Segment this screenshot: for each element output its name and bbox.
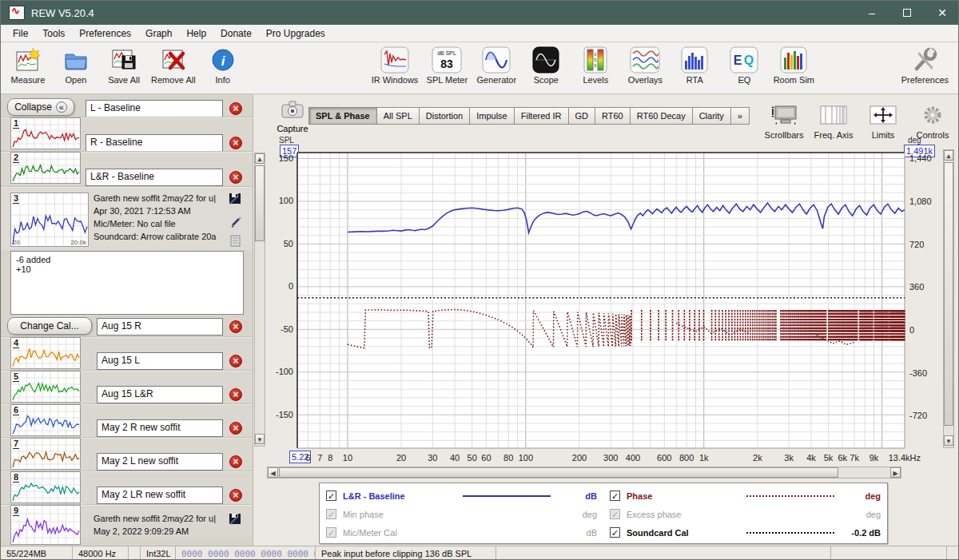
graph-tab-impulse[interactable]: Impulse (470, 107, 515, 125)
graph-tab--[interactable]: » (731, 107, 750, 125)
graph-tab-spl-phase[interactable]: SPL & Phase (308, 107, 377, 125)
legend-checkbox[interactable]: ✓ (610, 527, 620, 538)
measurement-name-field-5[interactable]: Aug 15 L (97, 352, 223, 370)
measurement-name-field-4[interactable]: Aug 15 R (97, 318, 223, 336)
measurement-delete-button-7[interactable]: × (229, 422, 242, 435)
menu-item-tools[interactable]: Tools (35, 26, 72, 41)
edit-notes-icon[interactable] (230, 216, 242, 231)
measurement-thumbnail-5[interactable]: 5 (10, 371, 81, 403)
measurement-delete-button-1[interactable]: × (229, 102, 242, 115)
graph-limits-button[interactable]: Limits (862, 101, 904, 140)
measurement-name-field-2[interactable]: R - Baseline (86, 134, 223, 152)
graph-tab-filtered-ir[interactable]: Filtered IR (515, 107, 569, 125)
menu-item-preferences[interactable]: Preferences (72, 26, 138, 41)
measurement-delete-button-8[interactable]: × (229, 455, 242, 468)
scroll-right-arrow[interactable]: ▶ (890, 467, 901, 478)
menu-item-pro-upgrades[interactable]: Pro Upgrades (259, 26, 332, 41)
legend-checkbox[interactable]: ✓ (610, 509, 620, 519)
toolbar-preferences-button[interactable]: Preferences (901, 46, 949, 85)
scroll-left-arrow[interactable]: ◀ (268, 467, 278, 478)
graph-tab-rt60-decay[interactable]: RT60 Decay (631, 107, 693, 125)
graph-tab-distortion[interactable]: Distortion (420, 107, 470, 125)
toolbar-generator-button[interactable]: Generator (476, 46, 517, 85)
legend-checkbox[interactable]: ✓ (326, 509, 336, 519)
measurement-name-field-8[interactable]: May 2 L new soffit (97, 453, 223, 471)
toolbar-spl-meter-button[interactable]: dB SPL83SPL Meter (426, 46, 468, 85)
scroll-up-arrow[interactable]: ▲ (944, 150, 953, 161)
menu-item-help[interactable]: Help (179, 26, 213, 41)
measurement-name-field-9[interactable]: May 2 LR new soffit (97, 487, 223, 504)
measurement-thumbnail-7[interactable]: 7 (10, 438, 81, 470)
measurement-delete-button-4[interactable]: × (229, 320, 242, 333)
measurement-info-doc-icon[interactable] (230, 235, 241, 250)
plot-vertical-scrollbar[interactable]: ▲▼ (943, 149, 954, 448)
graph-tab-gd[interactable]: GD (569, 107, 596, 125)
toolbar-room-sim-button[interactable]: Room Sim (773, 46, 814, 85)
measurement-thumbnail-1[interactable]: 1 (10, 117, 81, 149)
graph-tab-clarity[interactable]: Clarity (693, 107, 731, 125)
measurement-delete-button-5[interactable]: × (229, 355, 242, 367)
toolbar-scope-button[interactable]: Scope (525, 46, 567, 85)
measurement-thumbnail-6[interactable]: 6 (10, 404, 81, 436)
status-cell-1: 48000 Hz (73, 546, 129, 560)
toolbar-open-button[interactable]: Open (55, 46, 97, 85)
legend-line-sample (746, 532, 834, 534)
graph-tab-all-spl[interactable]: All SPL (377, 107, 420, 125)
close-button[interactable]: ✕ (925, 1, 959, 25)
sidebar-scrollbar[interactable]: ▲▼ (254, 153, 265, 447)
save-measurement-9-icon[interactable] (229, 513, 242, 528)
measurement-number: 6 (13, 405, 19, 415)
scroll-down-arrow[interactable]: ▼ (944, 435, 953, 446)
legend-checkbox[interactable]: ✓ (610, 490, 620, 501)
toolbar-rta-button[interactable]: RTA (674, 46, 715, 85)
measurement-thumbnail-9[interactable]: 9 (10, 505, 81, 545)
capture-button[interactable]: Capture (275, 99, 310, 133)
svg-text:7k: 7k (850, 453, 859, 463)
measurement-delete-button-3[interactable]: × (229, 171, 242, 184)
plot-horizontal-scrollbar[interactable]: ◀▶ (267, 467, 901, 479)
scroll-down-arrow[interactable]: ▼ (255, 434, 265, 444)
measurement-thumbnail-4[interactable]: 4 (10, 337, 81, 369)
legend-checkbox[interactable]: ✓ (326, 527, 336, 538)
measurement-thumbnail-8[interactable]: 8 (10, 471, 81, 503)
maximize-icon (903, 9, 911, 17)
measurement-delete-button-2[interactable]: × (229, 137, 242, 149)
notes-box[interactable]: -6 added +10 (10, 251, 244, 315)
measurement-thumbnail-2[interactable]: 2 (10, 152, 81, 184)
measurement-name-field-7[interactable]: May 2 R new soffit (97, 419, 223, 437)
toolbar-ir-windows-button[interactable]: IR Windows (372, 46, 419, 85)
measurement-name-field-1[interactable]: L - Baseline (86, 100, 223, 117)
graph-freq-axis-button[interactable]: Freq. Axis (813, 101, 854, 140)
maximize-button[interactable] (889, 1, 925, 25)
measurement-name-field-6[interactable]: Aug 15 L&R (97, 386, 223, 403)
toolbar-info-button[interactable]: iInfo (202, 46, 244, 85)
toolbar-button-label: Freq. Axis (814, 130, 854, 140)
minimize-button[interactable]: – (854, 1, 889, 25)
menu-item-donate[interactable]: Donate (213, 26, 259, 41)
menu-item-graph[interactable]: Graph (138, 26, 179, 41)
menu-item-file[interactable]: File (6, 26, 35, 41)
toolbar-remove-all-button[interactable]: Remove All (151, 46, 196, 85)
toolbar-button-label: Levels (583, 75, 608, 85)
scroll-thumb[interactable] (279, 467, 838, 478)
toolbar-overlays-button[interactable]: Overlays (624, 46, 666, 85)
spl-phase-chart[interactable]: 150100500-50-100-1501,4401,0807203600-36… (267, 149, 941, 469)
save-measurement-icon[interactable] (229, 193, 242, 208)
measurement-name-field-3[interactable]: L&R - Baseline (86, 169, 223, 186)
graph-tab-rt60[interactable]: RT60 (595, 107, 631, 125)
scroll-thumb[interactable] (255, 165, 265, 241)
measurement-delete-button-9[interactable]: × (229, 489, 242, 502)
measurement-thumbnail-3[interactable]: 32020.0k (10, 193, 89, 247)
collapse-button[interactable]: Collapse« (7, 98, 74, 116)
legend-checkbox[interactable]: ✓ (326, 490, 336, 501)
toolbar-eq-button[interactable]: EQEQ (723, 46, 765, 85)
measurement-delete-button-6[interactable]: × (229, 388, 242, 401)
change-cal-button[interactable]: Change Cal... (7, 317, 92, 335)
scroll-up-arrow[interactable]: ▲ (255, 153, 265, 164)
graph-scrollbars-button[interactable]: Scrollbars (763, 101, 805, 140)
toolbar-measure-button[interactable]: Measure (7, 46, 49, 85)
graph-controls-button[interactable]: Controls (912, 101, 953, 140)
toolbar-levels-button[interactable]: 059Levels (575, 46, 616, 85)
scroll-thumb[interactable] (944, 162, 953, 426)
toolbar-save-all-button[interactable]: Save All (103, 46, 145, 85)
